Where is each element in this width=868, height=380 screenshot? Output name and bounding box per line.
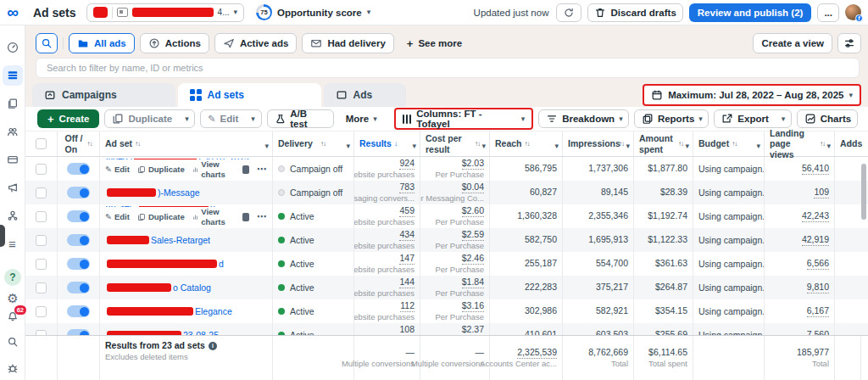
sidebar-item-all-tools[interactable]: ≡ <box>3 233 23 254</box>
columns-button[interactable]: Columns: FT - Tofayel ▾ <box>394 108 533 130</box>
row-checkbox[interactable] <box>36 235 47 246</box>
create-view-button[interactable]: Create a view <box>753 33 832 53</box>
edit-action[interactable]: ✎Edit <box>105 165 130 174</box>
landing-page-views-value[interactable]: 9,810 <box>807 282 829 293</box>
header-adds[interactable]: Adds↑↓ <box>835 131 861 156</box>
account-selector[interactable]: 4... ▾ <box>86 3 244 22</box>
opportunity-score-control[interactable]: 75 Opportunity score ▾ <box>256 4 370 20</box>
view-settings-button[interactable] <box>837 33 861 53</box>
duplicate-action[interactable]: Duplicate <box>137 212 185 221</box>
landing-page-views-value[interactable]: 6,566 <box>807 258 829 270</box>
cost-per-result-value[interactable]: $3.16 <box>462 300 484 312</box>
sidebar-expand-handle[interactable] <box>0 225 5 247</box>
filter-chip-had-delivery[interactable]: Had delivery <box>302 33 393 53</box>
reports-button[interactable]: Reports ▾ <box>635 110 709 127</box>
header-impressions[interactable]: Impressions↑↓▾ <box>563 131 634 156</box>
view-charts-action[interactable]: View charts <box>192 159 236 179</box>
duplicate-dropdown[interactable]: ▾ <box>179 110 195 127</box>
row-checkbox[interactable] <box>36 282 47 293</box>
results-value[interactable]: 783 <box>399 182 415 193</box>
tab-campaigns[interactable]: Campaigns <box>32 83 175 107</box>
header-reach[interactable]: Reach↑↓▾ <box>490 131 563 156</box>
duplicate-action[interactable]: Duplicate <box>137 165 185 174</box>
view-charts-action[interactable]: View charts <box>192 207 236 226</box>
header-budget[interactable]: Budget↑↓▾ <box>693 131 765 156</box>
results-value[interactable]: 144 <box>399 277 415 288</box>
info-icon[interactable]: i <box>209 342 217 350</box>
more-actions[interactable]: ⋯ <box>257 211 267 222</box>
cost-per-result-value[interactable]: $0.04 <box>462 182 484 193</box>
filter-chip-active-ads[interactable]: Active ads <box>214 33 298 53</box>
cost-per-result-value[interactable]: $2.03 <box>462 158 484 170</box>
cost-per-result-value[interactable]: $2.59 <box>462 229 484 241</box>
pixel-icon[interactable] <box>242 165 249 174</box>
cost-per-result-value[interactable]: $2.46 <box>462 253 484 265</box>
charts-button[interactable]: Charts <box>798 110 858 127</box>
filter-chip-actions[interactable]: Actions <box>140 33 209 53</box>
sidebar-item-audiences[interactable] <box>3 121 23 142</box>
row-checkbox[interactable] <box>36 259 47 270</box>
header-delivery[interactable]: Delivery↑↓▾ <box>273 131 354 156</box>
results-value[interactable]: 924 <box>399 158 415 170</box>
ad-set-name-link[interactable]: o Catalog <box>105 282 211 293</box>
help-button[interactable]: ? <box>4 269 21 286</box>
landing-page-views-value[interactable]: 42,243 <box>802 210 829 222</box>
results-value[interactable]: 147 <box>399 253 415 265</box>
row-checkbox[interactable] <box>36 187 47 198</box>
results-value[interactable]: 108 <box>399 324 415 336</box>
filter-chip-all-ads[interactable]: All ads <box>69 33 135 53</box>
sidebar-item-pages[interactable] <box>3 93 23 114</box>
sidebar-item-campaigns[interactable] <box>3 65 23 86</box>
header-ad-set[interactable]: Ad set↑↓▾ <box>100 131 273 156</box>
date-range-selector[interactable]: Maximum: Jul 28, 2022 – Aug 28, 2025 ▾ <box>643 84 861 106</box>
settings-button[interactable]: ⚙ <box>7 292 18 305</box>
ad-set-name-link[interactable]: )-Message <box>105 187 200 198</box>
export-dropdown[interactable]: ▾ <box>776 110 792 127</box>
off-on-toggle[interactable] <box>67 258 90 270</box>
more-options-button[interactable]: ... <box>817 3 839 22</box>
off-on-toggle[interactable] <box>67 305 90 317</box>
sidebar-item-assets[interactable] <box>3 205 23 226</box>
duplicate-button[interactable]: Duplicate <box>105 110 179 127</box>
landing-page-views-value[interactable]: 42,919 <box>802 234 829 246</box>
edit-button[interactable]: ✎ Edit <box>201 110 245 127</box>
breakdown-button[interactable]: Breakdown ▾ <box>539 110 629 127</box>
header-results[interactable]: Results↓▾ <box>354 131 420 156</box>
header-off-on[interactable]: Off / On↑↓ <box>58 131 100 156</box>
tab-ads[interactable]: Ads <box>324 83 407 107</box>
tab-ad-sets[interactable]: Ad sets <box>178 83 321 107</box>
off-on-toggle[interactable] <box>67 210 90 222</box>
cost-per-result-value[interactable]: $2.60 <box>462 205 484 217</box>
export-button[interactable]: Export <box>715 110 775 127</box>
landing-page-views-value[interactable]: 56,410 <box>802 163 829 175</box>
results-value[interactable]: 112 <box>400 300 415 312</box>
row-checkbox[interactable] <box>36 164 47 175</box>
sidebar-item-overview[interactable] <box>3 37 23 58</box>
results-value[interactable]: 434 <box>399 229 415 241</box>
notifications-button[interactable]: 62 <box>7 310 19 326</box>
landing-page-views-value[interactable]: 109 <box>814 187 829 198</box>
results-value[interactable]: 459 <box>399 205 415 217</box>
edit-action[interactable]: ✎Edit <box>105 212 130 221</box>
off-on-toggle[interactable] <box>67 163 90 175</box>
sidebar-report-bug-button[interactable] <box>3 358 23 378</box>
user-avatar[interactable]: f <box>845 4 861 20</box>
ad-set-name-link[interactable]: Sales-Retarget <box>105 235 210 246</box>
header-landing-page-views[interactable]: Landing page views↑↓▾ <box>765 131 835 156</box>
create-button[interactable]: + Create <box>37 109 99 128</box>
more-menu-button[interactable]: More ▾ <box>339 114 384 124</box>
select-all-checkbox[interactable] <box>36 138 47 149</box>
edit-dropdown[interactable]: ▾ <box>245 110 261 127</box>
discard-drafts-button[interactable]: Discard drafts <box>587 3 682 22</box>
filter-search-button[interactable] <box>36 33 58 53</box>
pixel-icon[interactable] <box>242 213 249 221</box>
vertical-scrollbar[interactable] <box>861 164 866 220</box>
row-checkbox[interactable] <box>36 306 47 317</box>
off-on-toggle[interactable] <box>67 234 90 246</box>
more-actions[interactable]: ⋯ <box>257 164 267 175</box>
landing-page-views-value[interactable]: 6,167 <box>807 305 829 317</box>
header-amount-spent[interactable]: Amount spent↑↓▾ <box>634 131 693 156</box>
cost-per-result-value[interactable]: $2.37 <box>462 324 484 336</box>
off-on-toggle[interactable] <box>67 187 90 198</box>
filter-chip-see-more[interactable]: + See more <box>399 33 470 53</box>
